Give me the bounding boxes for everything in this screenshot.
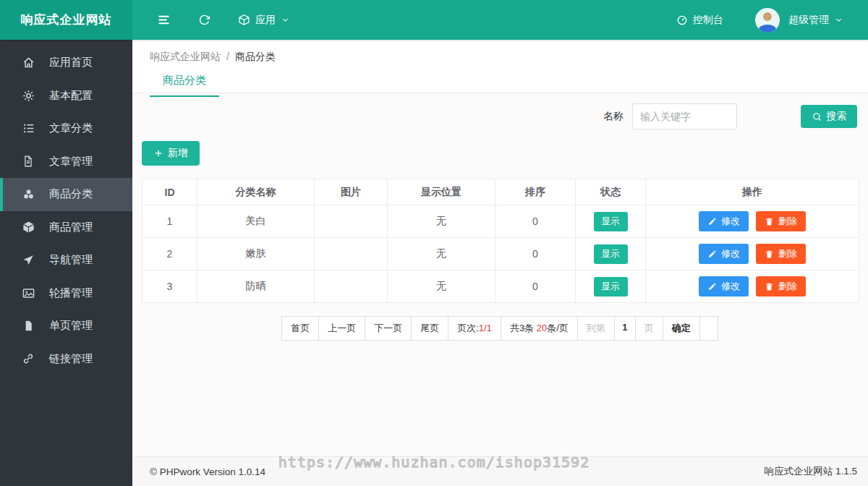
sidebar-item-article-category[interactable]: 文章分类 [0, 112, 132, 145]
sidebar-item-label: 轮播管理 [49, 286, 93, 300]
sidebar-item-label: 单页管理 [49, 319, 93, 333]
delete-button-label: 删除 [778, 280, 797, 293]
per-page-count: 20 [537, 323, 547, 333]
image-icon [20, 286, 36, 300]
col-header-id: ID [142, 179, 197, 205]
breadcrumb-root[interactable]: 响应式企业网站 [150, 51, 221, 62]
sidebar-item-label: 链接管理 [49, 352, 93, 366]
pencil-icon [707, 282, 717, 291]
delete-button[interactable]: 删除 [756, 276, 806, 297]
navigation-icon [20, 254, 36, 267]
table-row: 3 防晒 无 0 显示 修改 删除 [142, 270, 859, 303]
col-header-name: 分类名称 [197, 179, 315, 205]
console-label: 控制台 [693, 14, 723, 27]
footer-version: 响应式企业网站 1.1.5 [765, 465, 857, 478]
cube-icon [20, 221, 36, 234]
pagination-first[interactable]: 首页 [281, 316, 319, 341]
pagination-goto-label: 到第 [577, 316, 615, 341]
user-menu-label: 超级管理 [788, 14, 829, 27]
col-header-sort: 排序 [495, 179, 576, 205]
add-button[interactable]: 新增 [142, 141, 200, 166]
footer-copyright: © PHPwork Version 1.0.14 [150, 466, 265, 477]
table-row: 1 美白 无 0 显示 修改 删除 [142, 205, 859, 238]
pagination-total-info: 共3条 20条/页 [501, 316, 578, 341]
sidebar-item-product-category[interactable]: 商品分类 [0, 178, 132, 211]
edit-button-label: 修改 [721, 215, 740, 228]
sidebar-item-page-manage[interactable]: 单页管理 [0, 310, 132, 343]
cell-sort: 0 [495, 238, 576, 270]
app-menu-label: 应用 [255, 14, 276, 27]
topbar: 响应式企业网站 应用 控制台 超级管理 [0, 0, 868, 40]
delete-button[interactable]: 删除 [756, 211, 806, 231]
list-icon [20, 122, 36, 135]
brand-title: 响应式企业网站 [0, 0, 132, 40]
chevron-down-icon [834, 15, 843, 25]
edit-button-label: 修改 [721, 247, 740, 260]
cell-id: 3 [142, 270, 197, 303]
avatar[interactable] [755, 8, 780, 33]
breadcrumb-separator: / [226, 51, 229, 62]
col-header-actions: 操作 [646, 179, 859, 205]
cell-sort: 0 [495, 270, 576, 303]
sidebar-item-link-manage[interactable]: 链接管理 [0, 343, 132, 376]
status-badge[interactable]: 显示 [594, 212, 628, 231]
sidebar: 应用首页 基本配置 文章分类 文章管理 商品分类 商品管理 导航管理 轮播管理 … [0, 40, 132, 486]
search-field-label: 名称 [603, 110, 624, 123]
cell-name: 防晒 [197, 270, 315, 303]
sidebar-item-label: 文章分类 [49, 122, 93, 135]
cell-name: 嫩肤 [197, 238, 315, 270]
delete-button[interactable]: 删除 [756, 244, 806, 264]
edit-button[interactable]: 修改 [699, 211, 749, 231]
page-info-label: 页次: [457, 323, 479, 333]
tab-product-category[interactable]: 商品分类 [150, 74, 219, 97]
cell-id: 1 [142, 205, 197, 238]
sidebar-toggle-button[interactable] [148, 0, 179, 40]
delete-button-label: 删除 [778, 247, 797, 260]
app-menu[interactable]: 应用 [229, 0, 299, 40]
topbar-nav: 应用 控制台 超级管理 [132, 0, 868, 40]
refresh-icon [198, 14, 210, 26]
breadcrumb-current: 商品分类 [235, 51, 276, 62]
edit-button[interactable]: 修改 [699, 276, 749, 297]
delete-button-label: 删除 [778, 215, 797, 228]
trash-icon [765, 217, 774, 226]
edit-button[interactable]: 修改 [699, 244, 749, 264]
sidebar-item-app-home[interactable]: 应用首页 [0, 46, 132, 80]
refresh-button[interactable] [190, 0, 219, 40]
cell-position: 无 [388, 238, 495, 270]
gear-icon [20, 89, 36, 103]
pagination-page-info: 页次:1/1 [448, 316, 501, 341]
cell-image [315, 270, 388, 303]
sidebar-item-product-manage[interactable]: 商品管理 [0, 211, 132, 244]
avatar-torso [759, 25, 776, 33]
pagination-prev[interactable]: 上一页 [318, 316, 365, 341]
breadcrumb: 响应式企业网站/商品分类 [150, 51, 851, 64]
sidebar-item-carousel-manage[interactable]: 轮播管理 [0, 277, 132, 310]
total-count: 共3条 [510, 323, 537, 333]
pagination-goto-suffix: 页 [635, 316, 663, 341]
status-badge[interactable]: 显示 [594, 244, 628, 264]
pagination-last[interactable]: 尾页 [411, 316, 448, 341]
status-badge[interactable]: 显示 [594, 277, 628, 297]
search-icon [812, 111, 822, 122]
cell-position: 无 [388, 205, 495, 238]
user-menu[interactable]: 超级管理 [788, 0, 852, 40]
col-header-image: 图片 [315, 179, 388, 205]
pagination: 首页 上一页 下一页 尾页 页次:1/1 共3条 20条/页 到第 1 页 确定 [132, 316, 868, 341]
sidebar-item-nav-manage[interactable]: 导航管理 [0, 244, 132, 277]
document-icon [20, 155, 36, 168]
cubes-icon [20, 187, 36, 201]
topbar-right: 控制台 超级管理 [668, 0, 852, 40]
table-row: 2 嫩肤 无 0 显示 修改 删除 [142, 238, 859, 270]
pagination-confirm-button[interactable]: 确定 [663, 316, 700, 341]
search-input[interactable] [632, 103, 737, 129]
pagination-next[interactable]: 下一页 [365, 316, 412, 341]
table-header-row: ID 分类名称 图片 显示位置 排序 状态 操作 [142, 179, 859, 205]
pagination-goto-input[interactable]: 1 [614, 316, 636, 341]
sidebar-item-article-manage[interactable]: 文章管理 [0, 145, 132, 179]
sidebar-item-label: 商品分类 [49, 187, 93, 201]
search-button[interactable]: 搜索 [801, 105, 857, 128]
console-button[interactable]: 控制台 [668, 0, 732, 40]
sidebar-item-basic-config[interactable]: 基本配置 [0, 80, 132, 113]
sidebar-item-label: 商品管理 [49, 221, 93, 234]
